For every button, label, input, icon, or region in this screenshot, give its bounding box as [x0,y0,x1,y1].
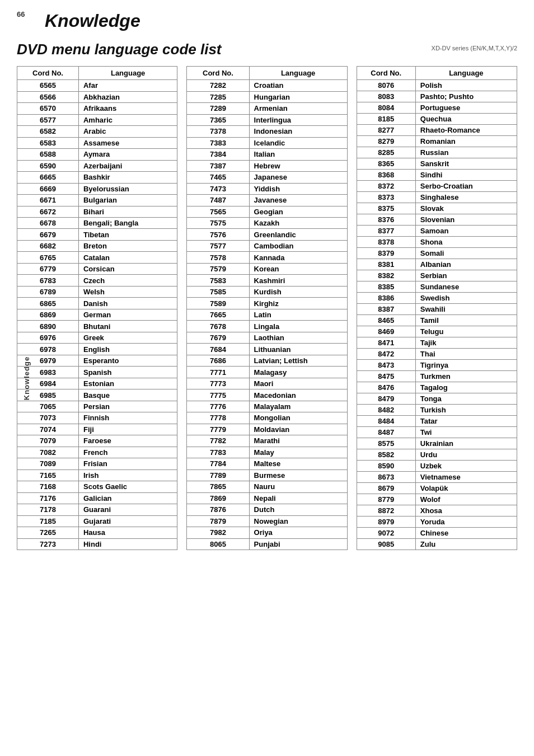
table-row: 8365Sanskrit [357,158,517,170]
cord-number: 7387 [187,160,249,171]
cord-number: 7082 [17,447,79,458]
language-name: Byelorussian [78,183,177,194]
language-name: Lingala [249,321,347,332]
language-name: Tibetan [78,229,177,240]
language-name: Tonga [415,393,517,405]
cord-number: 8487 [357,427,415,438]
table-row: 8373Singhalese [357,192,517,203]
cord-number: 8476 [357,382,415,393]
cord-number: 7583 [187,275,249,286]
table-row: 7065Persian [17,401,177,412]
table-row: 7577Cambodian [187,240,347,251]
language-name: French [78,447,177,458]
cord-number: 7178 [17,504,79,515]
cord-number: 8185 [357,114,415,125]
page-title: Knowledge [45,11,517,31]
table-row: 7773Maori [187,378,347,389]
cord-number: 6671 [17,195,79,206]
table-row: 8381Albanian [357,259,517,270]
cord-number: 7074 [17,424,79,435]
cord-number: 8368 [357,170,415,181]
language-name: Czech [78,275,177,286]
table-row: 8375Slovak [357,203,517,214]
table-row: 6890Bhutani [17,321,177,332]
col0-cord-header: Cord No. [17,67,79,80]
cord-number: 6669 [17,183,79,194]
cord-number: 8372 [357,181,415,192]
cord-number: 8279 [357,136,415,147]
table-row: 7168Scots Gaelic [17,481,177,492]
page-number: 66 [17,10,25,18]
table-row: 8084Portuguese [357,102,517,114]
table-row: 7465Japanese [187,172,347,183]
language-name: Nepali [249,492,347,504]
language-name: Wolof [415,494,517,505]
language-name: Croatian [249,80,347,91]
cord-number: 7585 [187,286,249,297]
language-name: Malayalam [249,401,347,412]
language-name: Korean [249,263,347,274]
cord-number: 7168 [17,481,79,492]
language-name: Hungarian [249,91,347,102]
cord-number: 7779 [187,424,249,435]
table-row: 6671Bulgarian [17,195,177,206]
cord-number: 7265 [17,527,79,538]
table-row: 6582Arabic [17,126,177,137]
language-name: Swedish [415,293,517,304]
table-row: 7583Kashmiri [187,275,347,286]
cord-number: 6976 [17,332,79,343]
cord-number: 8386 [357,293,415,304]
table-row: 8679Volapük [357,483,517,494]
cord-number: 8376 [357,214,415,226]
table-row: 8872Xhosa [357,505,517,516]
language-name: Volapük [415,483,517,494]
language-name: Irish [78,469,177,481]
language-name: Danish [78,298,177,309]
language-name: Amharic [78,114,177,125]
cord-number: 7473 [187,183,249,194]
language-name: Chinese [415,528,517,539]
language-name: Corsican [78,263,177,274]
cord-number: 8673 [357,472,415,483]
table-row: 8376Slovenian [357,214,517,226]
language-name: Greenlandic [249,229,347,240]
cord-number: 8479 [357,393,415,405]
cord-number: 7776 [187,401,249,412]
language-name: Malagasy [249,367,347,378]
cord-number: 7783 [187,447,249,458]
language-name: Italian [249,149,347,160]
language-name: Yiddish [249,183,347,194]
language-name: Urdu [415,449,517,461]
tables-wrapper: Cord No.Language6565Afar6566Abkhazian657… [17,66,517,550]
cord-number: 6890 [17,321,79,332]
cord-number: 7065 [17,401,79,412]
language-name: Swahili [415,304,517,315]
language-name: Cambodian [249,240,347,251]
table-row: 6678Bengali; Bangla [17,218,177,229]
cord-number: 8475 [357,371,415,382]
cord-number: 6565 [17,80,79,91]
table-row: 7783Malay [187,447,347,458]
language-name: Burmese [249,469,347,481]
table-row: 7079Faroese [17,435,177,447]
cord-number: 8590 [357,461,415,472]
cord-number: 6577 [17,114,79,125]
table-row: 6985Basque [17,389,177,401]
table-row: 7074Fiji [17,424,177,435]
table-row: 7589Kirghiz [187,298,347,309]
cord-number: 7576 [187,229,249,240]
table-row: 7176Galician [17,492,177,504]
cord-number: 8979 [357,516,415,528]
language-name: Nowegian [249,515,347,527]
table-row: 7378Indonesian [187,126,347,137]
table-row: 6588Aymara [17,149,177,160]
language-name: Romanian [415,136,517,147]
language-name: Gujarati [78,515,177,527]
table-row: 7782Marathi [187,435,347,447]
cord-number: 6678 [17,218,79,229]
table-row: 6570Afrikaans [17,103,177,114]
cord-number: 9085 [357,539,415,550]
language-name: Thai [415,349,517,360]
cord-number: 6566 [17,91,79,102]
table-row: 8279Romanian [357,136,517,147]
